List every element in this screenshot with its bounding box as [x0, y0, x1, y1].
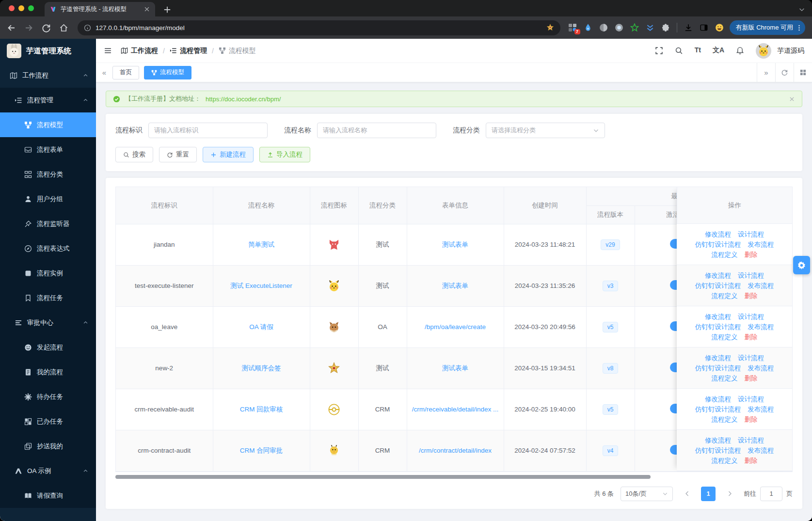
browser-tab[interactable]: 芋道管理系统 - 流程模型 [45, 2, 155, 16]
theme-settings-button[interactable] [793, 256, 810, 274]
import-process-button[interactable]: 导入流程 [259, 147, 310, 162]
home-button[interactable] [59, 23, 68, 32]
modify-process-link[interactable]: 修改流程 [705, 312, 731, 322]
dingtalk-design-link[interactable]: 仿钉钉设计流程 [695, 239, 741, 250]
delete-link[interactable]: 删除 [745, 291, 758, 301]
extension-gray-icon[interactable] [599, 23, 608, 32]
search-button[interactable]: 搜索 [115, 147, 153, 162]
sidebar-item-rows[interactable]: 流程管理 [0, 88, 96, 112]
process-name-link[interactable]: CRM 回款审核 [240, 406, 283, 413]
alert-close-icon[interactable] [789, 96, 795, 102]
sidebar-item-bars[interactable]: 审批中心 [0, 310, 96, 335]
sidebar-item-road[interactable]: OA 示例 [0, 458, 96, 483]
modify-process-link[interactable]: 修改流程 [705, 229, 731, 239]
goto-page-input[interactable] [760, 487, 782, 501]
sidebar-item-doc[interactable]: 我的流程 [0, 360, 96, 384]
collapse-menu-icon[interactable] [104, 47, 112, 55]
process-definition-link[interactable]: 流程定义 [712, 250, 738, 260]
sidebar-item-grid[interactable]: 已办任务 [0, 409, 96, 434]
site-info-icon[interactable] [84, 24, 91, 32]
form-info-link[interactable]: 测试表单 [442, 282, 468, 289]
sidebar-item-bookmark[interactable]: 流程任务 [0, 285, 96, 310]
process-name-link[interactable]: CRM 合同审批 [240, 447, 283, 454]
reload-button[interactable] [42, 23, 51, 32]
sidebar-item-usergroup[interactable]: 用户分组 [0, 187, 96, 211]
tags-scroll-right-icon[interactable]: » [757, 63, 775, 82]
form-info-link[interactable]: /bpm/oa/leave/create [425, 323, 486, 331]
sidebar-item-map[interactable]: 工作流程 [0, 63, 96, 88]
extensions-puzzle-icon[interactable] [661, 23, 670, 32]
sidebar-item-instance[interactable]: 流程实例 [0, 261, 96, 285]
process-definition-link[interactable]: 流程定义 [712, 373, 738, 383]
fullscreen-icon[interactable] [655, 47, 663, 55]
design-process-link[interactable]: 设计流程 [738, 270, 764, 281]
address-bar[interactable]: 127.0.0.1/bpm/manager/model [78, 20, 560, 35]
url-text[interactable]: 127.0.0.1/bpm/manager/model [96, 24, 542, 32]
dingtalk-design-link[interactable]: 仿钉钉设计流程 [695, 445, 741, 456]
sidebar-item-book[interactable]: 请假查询 [0, 483, 96, 508]
publish-process-link[interactable]: 发布流程 [748, 239, 774, 250]
design-process-link[interactable]: 设计流程 [738, 353, 764, 363]
process-definition-link[interactable]: 流程定义 [712, 332, 738, 342]
version-tag[interactable]: v29 [601, 239, 620, 250]
delete-link[interactable]: 删除 [745, 456, 758, 466]
process-name-link[interactable]: OA 请假 [249, 323, 273, 331]
user-avatar[interactable] [756, 43, 771, 59]
process-name-input[interactable]: 请输入流程名称 [317, 123, 436, 138]
process-name-link[interactable]: 测试 ExecuteListener [230, 282, 292, 289]
extension-drop-icon[interactable] [584, 23, 592, 32]
tab-home[interactable]: 首页 [112, 66, 139, 79]
reset-button[interactable]: 重置 [159, 147, 197, 162]
sidebar-item-expression[interactable]: 流程表达式 [0, 236, 96, 261]
delete-link[interactable]: 删除 [745, 414, 758, 425]
delete-link[interactable]: 删除 [745, 250, 758, 260]
publish-process-link[interactable]: 发布流程 [748, 281, 774, 291]
dingtalk-design-link[interactable]: 仿钉钉设计流程 [695, 322, 741, 332]
profile-avatar-icon[interactable] [715, 23, 724, 32]
design-process-link[interactable]: 设计流程 [738, 435, 764, 445]
modify-process-link[interactable]: 修改流程 [705, 435, 731, 445]
process-category-select[interactable]: 请选择流程分类 [486, 123, 605, 138]
search-icon[interactable] [675, 47, 683, 55]
extension-icon[interactable]: 7 [568, 23, 577, 32]
downloads-icon[interactable] [684, 23, 693, 32]
process-definition-link[interactable]: 流程定义 [712, 414, 738, 425]
design-process-link[interactable]: 设计流程 [738, 312, 764, 322]
layout-grid-icon[interactable] [794, 63, 812, 82]
font-size-icon[interactable]: Tt [695, 47, 701, 55]
page-size-select[interactable]: 10条/页 [621, 487, 673, 501]
design-process-link[interactable]: 设计流程 [738, 394, 764, 404]
sidebar-item-listener[interactable]: 流程监听器 [0, 211, 96, 236]
scrollbar-thumb[interactable] [115, 475, 651, 479]
sidebar-item-asterisk[interactable]: 待办任务 [0, 384, 96, 409]
minimize-window-button[interactable] [18, 5, 24, 11]
publish-process-link[interactable]: 发布流程 [748, 363, 774, 373]
tab-search-chevron-icon[interactable] [798, 6, 805, 13]
prev-page-button[interactable] [680, 487, 694, 501]
alert-doc-link[interactable]: https://doc.iocoder.cn/bpm/ [206, 95, 281, 103]
dingtalk-design-link[interactable]: 仿钉钉设计流程 [695, 404, 741, 414]
version-tag[interactable]: v4 [603, 445, 619, 456]
form-info-link[interactable]: /crm/receivable/detail/index ... [412, 406, 499, 413]
breadcrumb-item-workflow[interactable]: 工作流程 [121, 47, 158, 55]
dingtalk-design-link[interactable]: 仿钉钉设计流程 [695, 281, 741, 291]
form-info-link[interactable]: /crm/contract/detail/index [419, 447, 492, 454]
process-name-link[interactable]: 测试顺序会签 [242, 364, 281, 372]
username[interactable]: 芋道源码 [777, 47, 804, 55]
process-definition-link[interactable]: 流程定义 [712, 456, 738, 466]
delete-link[interactable]: 删除 [745, 332, 758, 342]
process-name-link[interactable]: 简单测试 [248, 241, 274, 248]
sidebar-item-category[interactable]: 流程分类 [0, 162, 96, 187]
refresh-page-icon[interactable] [775, 63, 794, 82]
process-definition-link[interactable]: 流程定义 [712, 291, 738, 301]
sidebar-item-flow[interactable]: 流程模型 [0, 112, 96, 137]
version-tag[interactable]: v8 [603, 363, 619, 374]
publish-process-link[interactable]: 发布流程 [748, 322, 774, 332]
zoom-window-button[interactable] [28, 5, 34, 11]
bookmark-star-icon[interactable] [546, 24, 554, 32]
sidebar-item-copy[interactable]: 抄送我的 [0, 434, 96, 458]
modify-process-link[interactable]: 修改流程 [705, 353, 731, 363]
browser-menu-icon[interactable] [796, 24, 803, 32]
version-tag[interactable]: v5 [603, 322, 619, 332]
horizontal-scrollbar[interactable] [115, 475, 793, 479]
